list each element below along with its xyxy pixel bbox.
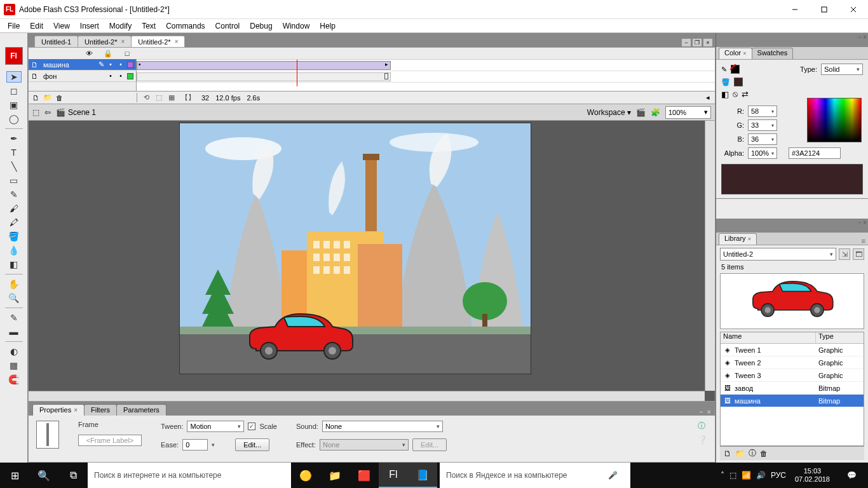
new-symbol-button[interactable]: 🗋	[724, 449, 731, 458]
nocolor-icon[interactable]: ⦸	[733, 89, 738, 99]
doc-restore-button[interactable]: ❐	[692, 38, 702, 47]
library-name-header[interactable]: Name	[721, 332, 816, 343]
search-input[interactable]: Поиск в интернете и на компьютере	[88, 463, 291, 488]
layer-outline-swatch[interactable]	[127, 62, 133, 68]
library-item[interactable]: ◈Tween 2 Graphic	[721, 356, 864, 369]
mic-icon[interactable]: 🎤	[601, 471, 624, 480]
library-item[interactable]: 🖼машина Bitmap	[721, 395, 864, 407]
pen-tool[interactable]: ✒	[6, 133, 22, 144]
layer-pencil-icon[interactable]: ✎	[98, 60, 104, 69]
eraser-tool[interactable]: ◧	[6, 259, 22, 270]
scroll-left-icon[interactable]: ◂	[706, 93, 710, 102]
close-button[interactable]	[839, 0, 868, 18]
minimize-button[interactable]	[780, 0, 810, 18]
g-input[interactable]: 33	[748, 119, 777, 131]
fill-color-icon[interactable]: 🪣	[721, 78, 730, 86]
panel-min-icon[interactable]: −	[858, 34, 862, 41]
taskbar-app-flash[interactable]: Fl	[379, 463, 408, 488]
tray-chevron-icon[interactable]: ˄	[721, 471, 724, 480]
start-button[interactable]: ⊞	[0, 463, 29, 488]
tween-combo[interactable]: Motion	[187, 421, 244, 432]
selection-tool[interactable]: ➤	[6, 71, 22, 83]
pin-library-button[interactable]: ⇲	[839, 248, 850, 260]
paint-bucket-tool[interactable]: 🪣	[6, 231, 22, 242]
end-frame[interactable]	[384, 73, 388, 79]
hand-tool[interactable]: ✋	[6, 278, 22, 290]
color-tab[interactable]: Color×	[719, 48, 752, 59]
brush-tool[interactable]: 🖌	[6, 203, 22, 214]
layer-row[interactable]: 🗋 машина ✎ • •	[29, 59, 136, 71]
task-view-icon[interactable]: ⧉	[58, 463, 88, 488]
visibility-icon[interactable]: 👁	[85, 50, 93, 57]
b-input[interactable]: 36	[748, 133, 777, 145]
swap-colors-icon[interactable]: ⇄	[742, 90, 749, 99]
properties-button[interactable]: ⓘ	[749, 448, 756, 459]
tray-network-icon[interactable]: 📶	[742, 471, 751, 480]
menu-window[interactable]: Window	[278, 20, 315, 32]
option-tool-b[interactable]: 🧲	[6, 374, 22, 385]
tray-volume-icon[interactable]: 🔊	[756, 471, 766, 480]
onion-skin-outline-icon[interactable]: ⬚	[156, 93, 162, 102]
frame-row[interactable]	[137, 60, 715, 71]
color-spectrum[interactable]	[807, 98, 862, 142]
zoom-tool[interactable]: 🔍	[6, 292, 22, 304]
tray-clock[interactable]: 15:03 07.02.2018	[791, 467, 834, 484]
layer-lock-dot[interactable]: •	[117, 72, 125, 79]
new-folder-button[interactable]: 📁	[43, 93, 52, 102]
panel-menu-icon[interactable]: ≡	[862, 237, 868, 245]
eyedropper-tool[interactable]: 💧	[6, 245, 22, 256]
layer-visible-dot[interactable]: •	[107, 72, 114, 79]
doc-tab[interactable]: Untitled-1	[34, 36, 78, 47]
edit-scene-button[interactable]: 🎬	[636, 108, 646, 117]
frame-row[interactable]	[137, 71, 715, 83]
menu-insert[interactable]: Insert	[75, 20, 104, 32]
library-type-header[interactable]: Type	[816, 332, 864, 343]
menu-text[interactable]: Text	[137, 20, 161, 32]
option-tool-a[interactable]: ▦	[6, 360, 22, 371]
library-item[interactable]: ◈Tween 1 Graphic	[721, 344, 864, 356]
parameters-tab[interactable]: Parameters	[116, 404, 166, 416]
ease-input[interactable]: 0	[182, 439, 208, 451]
frames-area[interactable]	[137, 59, 715, 91]
library-item[interactable]: 🖼завод Bitmap	[721, 382, 864, 395]
free-transform-tool[interactable]: ▣	[6, 99, 22, 111]
bw-icon[interactable]: ◧	[721, 90, 729, 99]
new-layer-button[interactable]: 🗋	[32, 94, 39, 102]
lock-icon[interactable]: 🔒	[104, 50, 112, 58]
sound-combo[interactable]: None	[322, 421, 443, 432]
scale-checkbox[interactable]: ✓	[248, 423, 255, 430]
maximize-button[interactable]	[810, 0, 839, 18]
menu-control[interactable]: Control	[210, 20, 245, 32]
fill-swatch[interactable]	[734, 78, 743, 86]
menu-help[interactable]: Help	[315, 20, 341, 32]
onion-skin-icon[interactable]: ⟲	[144, 93, 149, 102]
taskbar-app-explorer[interactable]: 📁	[320, 463, 349, 488]
onion-markers-icon[interactable]: 【】	[181, 93, 195, 102]
doc-minimize-button[interactable]: −	[681, 38, 691, 47]
panel-close-icon[interactable]: ×	[863, 219, 867, 226]
close-icon[interactable]: ×	[121, 38, 125, 45]
stage[interactable]	[28, 121, 715, 402]
r-input[interactable]: 58	[748, 105, 777, 117]
vertical-scrollbar[interactable]	[705, 121, 715, 391]
taskbar-app-browser[interactable]: 🟡	[291, 463, 320, 488]
delete-button[interactable]: 🗑	[760, 449, 768, 458]
hex-input[interactable]: #3A2124	[789, 147, 841, 159]
taskbar-app-word[interactable]: 📘	[408, 463, 437, 488]
edit-multiple-frames-icon[interactable]: ▦	[168, 93, 175, 102]
new-folder-button[interactable]: 📁	[735, 449, 745, 458]
frame-label-input[interactable]: <Frame Label>	[78, 435, 142, 446]
line-tool[interactable]: ╲	[6, 161, 22, 172]
panel-min-icon[interactable]: −	[699, 408, 703, 416]
ease-edit-button[interactable]: Edit...	[235, 438, 269, 451]
horizontal-scrollbar[interactable]	[29, 391, 705, 401]
outline-icon[interactable]: □	[123, 50, 132, 57]
doc-tab[interactable]: Untitled-2*×	[131, 36, 185, 47]
yandex-search-input[interactable]: Поиск в Яндексе и на компьютере 🎤	[440, 463, 630, 488]
playhead[interactable]	[297, 59, 297, 86]
stroke-color[interactable]: ✎	[6, 312, 22, 323]
workspace-dropdown[interactable]: Workspace ▾	[587, 108, 631, 117]
ink-bottle-tool[interactable]: 🖍	[6, 217, 22, 228]
fill-color[interactable]: ▬	[6, 326, 22, 337]
menu-debug[interactable]: Debug	[245, 20, 277, 32]
